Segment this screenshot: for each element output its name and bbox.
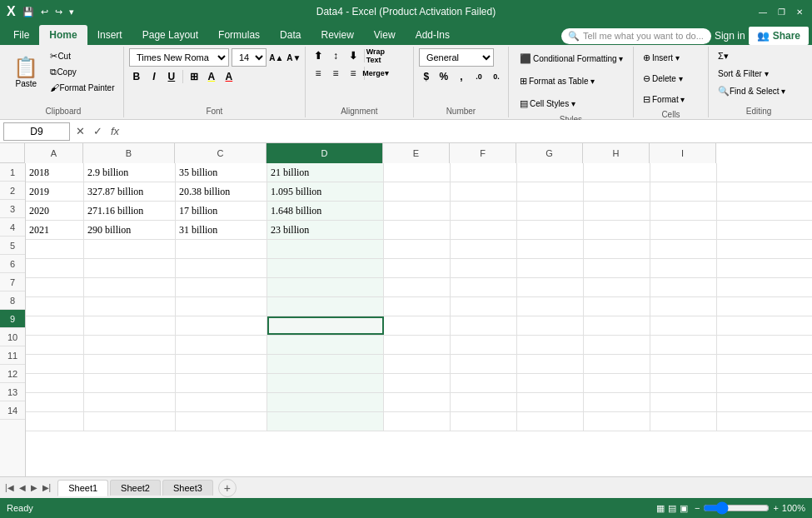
tab-formulas[interactable]: Formulas (208, 25, 270, 45)
cell-i5[interactable] (650, 240, 717, 258)
cell-e12[interactable] (384, 374, 451, 392)
cell-g11[interactable] (517, 355, 584, 373)
cell-g6[interactable] (517, 259, 584, 277)
undo-quick-btn[interactable]: ↩ (39, 5, 50, 19)
cell-c2[interactable]: 20.38 billion (176, 182, 267, 201)
cell-f2[interactable] (451, 182, 517, 201)
cell-d4[interactable]: 23 billion (267, 221, 384, 239)
cell-g10[interactable] (517, 336, 584, 354)
row-header-11[interactable]: 11 (0, 346, 25, 365)
cell-e10[interactable] (384, 336, 451, 354)
cell-c11[interactable] (176, 355, 267, 373)
cell-h11[interactable] (584, 355, 650, 373)
cell-f7[interactable] (451, 278, 517, 296)
cell-g12[interactable] (517, 374, 584, 392)
cell-d12[interactable] (267, 374, 384, 392)
format-as-table-button[interactable]: ⊞ Format as Table ▾ (514, 71, 600, 91)
col-header-g[interactable]: G (516, 143, 583, 163)
cell-h13[interactable] (584, 393, 650, 411)
cell-b12[interactable] (84, 374, 176, 392)
tab-view[interactable]: View (364, 25, 406, 45)
cell-i2[interactable] (650, 182, 717, 201)
cell-a8[interactable] (26, 297, 84, 316)
cell-b2[interactable]: 327.87 billion (84, 182, 176, 201)
cell-e11[interactable] (384, 355, 451, 373)
cell-c10[interactable] (176, 336, 267, 354)
confirm-formula-button[interactable]: ✓ (91, 125, 105, 137)
sheet-nav-first[interactable]: |◀ (3, 481, 16, 494)
cell-c1[interactable]: 35 billion (176, 163, 267, 182)
cell-c12[interactable] (176, 374, 267, 392)
col-header-i[interactable]: I (650, 143, 716, 163)
col-header-h[interactable]: H (583, 143, 650, 163)
cell-g4[interactable] (517, 221, 584, 239)
sheet-nav-next[interactable]: ▶ (29, 481, 39, 494)
cell-styles-button[interactable]: ▤ Cell Styles ▾ (514, 93, 581, 113)
cell-h7[interactable] (584, 278, 650, 296)
cell-h6[interactable] (584, 259, 650, 277)
cell-a2[interactable]: 2019 (26, 182, 84, 201)
row-header-4[interactable]: 4 (0, 218, 25, 237)
cell-e6[interactable] (384, 259, 451, 277)
align-right-button[interactable]: ≡ (346, 66, 361, 81)
cell-h9[interactable] (584, 316, 650, 335)
delete-button[interactable]: ⊖ Delete ▾ (639, 69, 687, 87)
cell-c9[interactable] (176, 316, 267, 335)
cell-e1[interactable] (384, 163, 451, 182)
italic-button[interactable]: I (147, 69, 162, 84)
col-header-f[interactable]: F (450, 143, 516, 163)
cell-f1[interactable] (451, 163, 517, 182)
cell-d6[interactable] (267, 259, 384, 277)
cell-g3[interactable] (517, 202, 584, 220)
cell-i3[interactable] (650, 202, 717, 220)
cell-d1[interactable]: 21 billion (267, 163, 384, 182)
cell-c5[interactable] (176, 240, 267, 258)
sheet-tab-sheet2[interactable]: Sheet2 (110, 480, 161, 496)
cell-g2[interactable] (517, 182, 584, 201)
cell-f6[interactable] (451, 259, 517, 277)
cell-h5[interactable] (584, 240, 650, 258)
cell-b1[interactable]: 2.9 billion (84, 163, 176, 182)
function-wizard-button[interactable]: fx (108, 125, 122, 137)
sheet-tab-sheet3[interactable]: Sheet3 (162, 480, 213, 496)
cell-d9[interactable] (267, 316, 384, 335)
comma-button[interactable]: , (454, 69, 469, 84)
row-header-12[interactable]: 12 (0, 365, 25, 383)
restore-button[interactable]: ❐ (775, 6, 787, 17)
sign-in-button[interactable]: Sign in (715, 30, 745, 42)
col-header-b[interactable]: B (83, 143, 175, 163)
align-bottom-button[interactable]: ⬇ (346, 48, 361, 63)
cell-i4[interactable] (650, 221, 717, 239)
cell-g8[interactable] (517, 297, 584, 316)
cell-f12[interactable] (451, 374, 517, 392)
row-header-10[interactable]: 10 (0, 328, 25, 346)
minimize-button[interactable]: — (757, 6, 769, 17)
cell-f11[interactable] (451, 355, 517, 373)
cell-e7[interactable] (384, 278, 451, 296)
tab-data[interactable]: Data (270, 25, 311, 45)
cell-a3[interactable]: 2020 (26, 202, 84, 220)
help-search-bar[interactable]: 🔍 Tell me what you want to do... (561, 28, 711, 44)
cell-f10[interactable] (451, 336, 517, 354)
zoom-slider[interactable] (703, 501, 770, 515)
cell-c8[interactable] (176, 297, 267, 316)
cell-b14[interactable] (84, 412, 176, 431)
cell-g5[interactable] (517, 240, 584, 258)
cell-d8[interactable] (267, 297, 384, 316)
increase-font-size-button[interactable]: A▲ (269, 50, 284, 65)
row-header-13[interactable]: 13 (0, 383, 25, 401)
cell-i13[interactable] (650, 393, 717, 411)
row-header-7[interactable]: 7 (0, 273, 25, 291)
cell-c7[interactable] (176, 278, 267, 296)
format-painter-button[interactable]: 🖌 Format Painter (46, 80, 118, 95)
cell-i14[interactable] (650, 412, 717, 431)
formula-input[interactable] (125, 122, 809, 141)
zoom-out-button[interactable]: − (695, 503, 700, 513)
cell-c13[interactable] (176, 393, 267, 411)
cell-i7[interactable] (650, 278, 717, 296)
row-header-5[interactable]: 5 (0, 237, 25, 255)
font-color-button[interactable]: A (222, 69, 237, 84)
tab-addins[interactable]: Add-Ins (406, 25, 460, 45)
tab-file[interactable]: File (3, 25, 39, 45)
format-button[interactable]: ⊟ Format ▾ (639, 90, 689, 108)
